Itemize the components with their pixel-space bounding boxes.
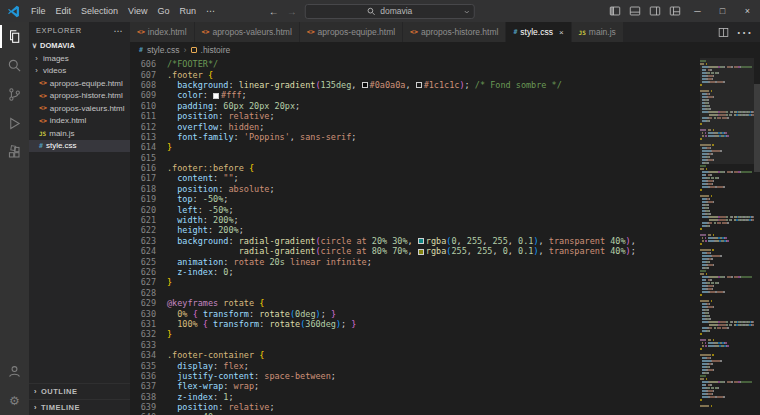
code-line: 630 0% { transform: rotate(0deg); } — [130, 308, 700, 318]
code-text: color: #fff; — [167, 90, 247, 100]
code-editor[interactable]: 606/*FOOTER*/607.footer {608 background:… — [130, 58, 700, 415]
code-line: 635 display: flex; — [130, 360, 700, 370]
code-text: .footer { — [167, 70, 213, 80]
activity-explorer[interactable] — [0, 22, 29, 51]
code-line: 613 font-family: 'Poppins', sans-serif; — [130, 132, 700, 142]
window-maximize-button[interactable]: □ — [710, 0, 735, 22]
more-actions-icon[interactable]: ⋯ — [113, 26, 123, 36]
explorer-title: EXPLORER — [36, 26, 82, 35]
line-number: 620 — [130, 205, 156, 215]
file-icon-html: <> — [410, 28, 418, 36]
menu-selection[interactable]: Selection — [76, 6, 123, 16]
line-number: 618 — [130, 184, 156, 194]
code-line: 621 width: 200%; — [130, 215, 700, 225]
tab-bar: <>index.html<>apropos-valeurs.html<>apro… — [130, 22, 760, 42]
line-number: 637 — [130, 381, 156, 391]
explorer-item-index.html[interactable]: <>index.html — [29, 115, 130, 128]
color-swatch[interactable] — [362, 82, 368, 88]
line-number: 633 — [130, 340, 156, 350]
split-editor-icon[interactable] — [718, 27, 729, 38]
code-text: background: linear-gradient(135deg, #0a0… — [167, 80, 562, 90]
tab-apropos-histore.html[interactable]: <>apropos-histore.html — [403, 22, 506, 42]
explorer-item-apropos-valeurs.html[interactable]: <>apropos-valeurs.html — [29, 102, 130, 115]
outline-section[interactable]: › OUTLINE — [29, 383, 130, 399]
more-actions-icon[interactable]: ⋯ — [736, 23, 752, 42]
color-swatch[interactable] — [418, 238, 424, 244]
line-number: 626 — [130, 267, 156, 277]
timeline-section[interactable]: › TIMELINE — [29, 399, 130, 415]
line-number: 631 — [130, 319, 156, 329]
tab-apropos-valeurs.html[interactable]: <>apropos-valeurs.html — [195, 22, 300, 42]
toggle-secondary-sidebar-icon[interactable] — [645, 0, 665, 22]
scrollbar-thumb[interactable] — [754, 84, 760, 172]
activity-account[interactable] — [0, 357, 29, 386]
code-text: position: relative; — [167, 111, 275, 121]
line-number: 630 — [130, 309, 156, 319]
window-close-button[interactable]: × — [735, 0, 760, 22]
color-swatch[interactable] — [213, 93, 219, 99]
menu-view[interactable]: View — [123, 6, 152, 16]
activity-run-debug[interactable] — [0, 109, 29, 138]
code-text: 100% { transform: rotate(360deg); } — [167, 319, 356, 329]
code-text: display: flex; — [167, 361, 249, 371]
workbench: ⚙ EXPLORER ⋯ ∨ DOMAVIA ›images›videos<>a… — [0, 22, 760, 415]
tab-apropos-equipe.html[interactable]: <>apropos-equipe.html — [300, 22, 403, 42]
customize-layout-icon[interactable] — [665, 0, 685, 22]
editor-scrollbar[interactable] — [754, 58, 760, 415]
file-label: main.js — [49, 129, 74, 138]
code-text: flex-wrap: wrap; — [167, 381, 259, 391]
close-icon[interactable]: × — [559, 28, 564, 37]
nav-back-icon[interactable]: ← — [269, 6, 279, 17]
explorer-root-folder[interactable]: ∨ DOMAVIA — [29, 39, 130, 52]
sidebar-bottom-panels: › OUTLINE › TIMELINE — [29, 383, 130, 415]
explorer-item-videos[interactable]: ›videos — [29, 65, 130, 78]
activity-settings[interactable]: ⚙ — [0, 386, 29, 415]
line-number: 635 — [130, 361, 156, 371]
tab-style.css[interactable]: #style.css× — [506, 22, 571, 42]
tab-actions: ⋯ — [710, 22, 760, 42]
explorer-item-main.js[interactable]: JSmain.js — [29, 127, 130, 140]
explorer-item-style.css[interactable]: #style.css — [29, 140, 130, 153]
color-swatch[interactable] — [418, 249, 424, 255]
search-input[interactable]: domavia — [305, 4, 475, 19]
menu-⋯[interactable]: ⋯ — [201, 6, 220, 16]
window-minimize-button[interactable]: ─ — [685, 0, 710, 22]
menu-file[interactable]: File — [26, 6, 51, 16]
menu-edit[interactable]: Edit — [51, 6, 77, 16]
toggle-panel-icon[interactable] — [625, 0, 645, 22]
activity-search[interactable] — [0, 51, 29, 80]
explorer-item-apropos-equipe.html[interactable]: <>apropos-equipe.html — [29, 77, 130, 90]
explorer-item-apropos-histore.html[interactable]: <>apropos-histore.html — [29, 90, 130, 103]
tab-index.html[interactable]: <>index.html — [130, 22, 195, 42]
code-line: 626 z-index: 0; — [130, 267, 700, 277]
menu-run[interactable]: Run — [174, 6, 201, 16]
code-line: 609 color: #fff; — [130, 90, 700, 100]
line-number: 607 — [130, 70, 156, 80]
code-text: } — [167, 329, 172, 339]
code-text: padding: 60px 20px 20px; — [167, 101, 300, 111]
breadcrumb: # style.css › .histoire — [130, 42, 760, 58]
tab-main.js[interactable]: JSmain.js — [572, 22, 624, 42]
tab-label: index.html — [148, 27, 187, 37]
activity-extensions[interactable] — [0, 138, 29, 167]
menu-go[interactable]: Go — [152, 6, 174, 16]
chevron-down-icon[interactable] — [463, 8, 471, 16]
code-text: width: 200%; — [167, 215, 239, 225]
toggle-primary-sidebar-icon[interactable] — [605, 0, 625, 22]
file-label: videos — [43, 66, 66, 75]
explorer-item-images[interactable]: ›images — [29, 52, 130, 65]
code-line: 619 top: -50%; — [130, 194, 700, 204]
activity-source-control[interactable] — [0, 80, 29, 109]
file-icon-css: # — [139, 46, 143, 54]
minimap[interactable] — [700, 58, 754, 415]
tab-label: style.css — [520, 27, 553, 37]
color-swatch[interactable] — [416, 82, 422, 88]
breadcrumb-symbol[interactable]: .histoire — [201, 45, 231, 55]
line-number: 623 — [130, 236, 156, 246]
code-line: 631 100% { transform: rotate(360deg); } — [130, 319, 700, 329]
breadcrumb-file[interactable]: style.css — [147, 45, 180, 55]
line-number: 621 — [130, 215, 156, 225]
nav-forward-icon[interactable]: → — [287, 6, 297, 17]
explorer-file-list: ›images›videos<>apropos-equipe.html<>apr… — [29, 52, 130, 152]
code-line: 620 left: -50%; — [130, 204, 700, 214]
